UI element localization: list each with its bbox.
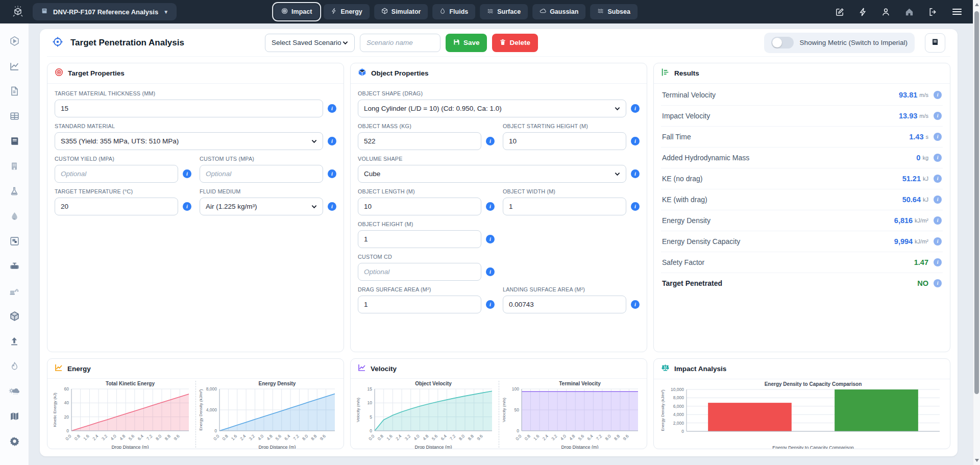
object-width-input[interactable]	[503, 198, 626, 215]
result-label: Safety Factor	[662, 258, 914, 266]
svg-text:Energy Density (kJ/m²): Energy Density (kJ/m²)	[660, 389, 665, 431]
map-icon[interactable]	[9, 410, 20, 422]
object-height-input[interactable]	[358, 230, 481, 248]
building-icon[interactable]	[9, 160, 20, 172]
scrollbar-thumb[interactable]	[974, 11, 979, 394]
scroll-up-arrow[interactable]	[975, 3, 979, 6]
scroll-down-arrow[interactable]	[975, 459, 979, 462]
standard-material-select[interactable]: S355 (Yield: 355 MPa, UTS: 510 MPa)	[55, 132, 323, 150]
waves-icon	[597, 8, 604, 16]
line-chart-icon[interactable]	[9, 60, 20, 71]
custom-cd-input[interactable]	[358, 263, 481, 281]
info-icon[interactable]: i	[328, 137, 336, 145]
target-temperature-input[interactable]	[55, 198, 178, 215]
home-icon[interactable]	[904, 7, 914, 17]
info-icon[interactable]: i	[934, 133, 942, 141]
info-icon[interactable]: i	[183, 169, 191, 178]
signout-icon[interactable]	[928, 7, 938, 17]
save-button[interactable]: Save	[446, 34, 487, 52]
total-kinetic-energy-chart: 02040600.00.81.62.43.24.04.85.66.47.28.0…	[50, 381, 195, 449]
pipeline-icon[interactable]	[9, 260, 20, 272]
info-icon[interactable]: i	[631, 169, 640, 178]
object-shape-select[interactable]: Long Cylinder (L/D = 10) (Cd: 0.950, Ca:…	[358, 100, 626, 117]
info-icon[interactable]: i	[328, 104, 336, 113]
info-icon[interactable]: i	[328, 202, 336, 211]
unit-toggle[interactable]: Showing Metric (Switch to Imperial)	[764, 33, 915, 53]
svg-text:Kinetic Energy (kJ): Kinetic Energy (kJ)	[53, 393, 57, 427]
info-icon[interactable]: i	[934, 237, 942, 246]
saved-scenario-select[interactable]: Select Saved Scenario	[265, 34, 355, 52]
hexagon-badge-icon[interactable]	[9, 35, 20, 46]
delete-button[interactable]: Delete	[492, 34, 538, 52]
tab-subsea[interactable]: Subsea	[590, 4, 637, 19]
svg-text:7.2: 7.2	[292, 433, 301, 442]
landing-surface-area-input[interactable]	[503, 296, 626, 313]
reference-book-button[interactable]	[925, 33, 945, 53]
object-mass-input[interactable]	[358, 132, 481, 150]
info-icon[interactable]: i	[631, 300, 640, 309]
info-icon[interactable]: i	[183, 202, 191, 211]
menu-icon[interactable]	[951, 7, 963, 16]
info-icon[interactable]: i	[631, 137, 640, 145]
info-icon[interactable]: i	[486, 267, 495, 276]
info-icon[interactable]: i	[934, 216, 942, 225]
toggle-switch[interactable]	[771, 37, 794, 48]
result-value: 93.81	[899, 91, 917, 99]
custom-yield-input[interactable]	[55, 165, 178, 183]
info-icon[interactable]: i	[328, 169, 336, 178]
field-label: STANDARD MATERIAL	[55, 123, 336, 129]
edit-icon[interactable]	[835, 7, 845, 17]
info-icon[interactable]: i	[486, 202, 495, 211]
settings-icon[interactable]	[9, 435, 20, 447]
tab-impact[interactable]: Impact	[274, 4, 319, 19]
info-icon[interactable]: i	[486, 137, 495, 145]
flame-icon[interactable]	[9, 360, 20, 372]
info-icon[interactable]: i	[486, 300, 495, 309]
flask-icon[interactable]	[9, 185, 20, 197]
info-icon[interactable]: i	[486, 235, 495, 243]
tab-surface[interactable]: Surface	[480, 4, 528, 19]
tab-fluids[interactable]: Fluids	[432, 4, 475, 19]
volume-shape-select[interactable]: Cube	[358, 165, 626, 183]
fluid-medium-select[interactable]: Air (1.225 kg/m³)	[200, 198, 323, 215]
svg-text:4,000: 4,000	[673, 412, 684, 417]
page-toolbar: Target Penetration Analysis Select Saved…	[47, 29, 950, 57]
tab-gaussian[interactable]: Gaussian	[532, 4, 585, 19]
info-icon[interactable]: i	[934, 112, 942, 120]
table-icon[interactable]	[9, 110, 20, 121]
tab-energy[interactable]: Energy	[324, 4, 369, 19]
svg-text:0: 0	[517, 428, 520, 433]
bolt-icon[interactable]	[859, 7, 867, 17]
scenario-name-input[interactable]	[360, 34, 440, 52]
target-thickness-input[interactable]	[55, 100, 323, 117]
cube-icon[interactable]	[9, 310, 20, 322]
svg-text:20: 20	[64, 414, 69, 420]
result-unit: kJ	[923, 197, 928, 203]
drag-surface-area-input[interactable]	[358, 296, 481, 313]
info-icon[interactable]: i	[934, 258, 942, 266]
result-unit: m/s	[919, 113, 928, 119]
book-icon[interactable]	[9, 135, 20, 146]
document-icon[interactable]	[9, 85, 20, 96]
info-icon[interactable]: i	[934, 195, 942, 204]
info-icon[interactable]: i	[631, 104, 640, 113]
droplet-icon[interactable]	[9, 210, 20, 222]
frame-icon[interactable]	[9, 235, 20, 247]
info-icon[interactable]: i	[934, 91, 942, 99]
info-icon[interactable]: i	[934, 279, 942, 287]
workspace-selector[interactable]: DNV-RP-F107 Reference Analysis ▼	[33, 3, 177, 20]
info-icon[interactable]: i	[934, 175, 942, 183]
cloud-gear-icon[interactable]	[9, 385, 20, 397]
user-icon[interactable]	[881, 7, 891, 17]
field-label: OBJECT HEIGHT (M)	[358, 221, 495, 227]
info-icon[interactable]: i	[934, 154, 942, 162]
custom-uts-input[interactable]	[200, 165, 323, 183]
field-label: DRAG SURFACE AREA (M²)	[358, 286, 495, 292]
tab-simulator[interactable]: Simulator	[374, 4, 428, 19]
excavator-icon[interactable]	[9, 285, 20, 297]
upload-icon[interactable]	[9, 335, 20, 347]
object-length-input[interactable]	[358, 198, 481, 215]
result-label: KE (with drag)	[662, 195, 902, 204]
object-starting-height-input[interactable]	[503, 132, 626, 150]
info-icon[interactable]: i	[631, 202, 640, 211]
